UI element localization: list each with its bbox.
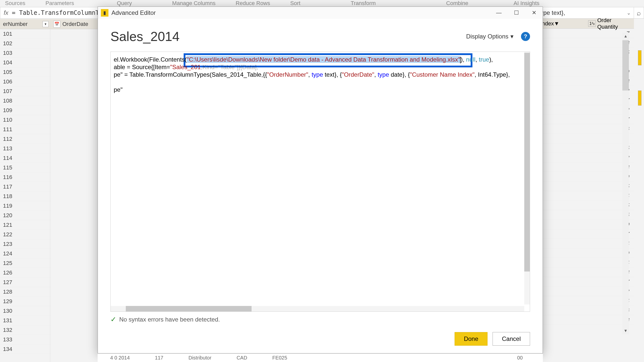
table-row[interactable]: 9 [538,172,634,182]
table-row[interactable]: 13 [538,267,634,277]
table-row[interactable]: 131 [0,316,50,325]
scrollbar-thumb[interactable] [524,53,530,272]
vertical-scrollbar[interactable]: ▲ ▼ [622,33,629,334]
table-row[interactable]: 118 [0,192,50,201]
table-row[interactable]: 124 [0,249,50,258]
table-row[interactable]: 4 [538,191,634,201]
table-row[interactable]: 15 [538,182,634,191]
column-header-order-date[interactable]: 📅 OrderDate [50,19,98,29]
column-header-order-number[interactable]: erNumber ▼ [0,19,50,29]
table-row[interactable]: 123 [0,239,50,249]
table-row[interactable]: 7 [538,229,634,239]
minimize-button[interactable]: — [493,7,504,18]
table-row[interactable]: 3 [538,162,634,172]
search-icon[interactable]: ⌕ [637,9,641,17]
table-row[interactable]: 122 [0,230,50,239]
table-row[interactable]: 6 [538,124,634,134]
code-line-2: able = Source{[Item="Sales_201,Kind="Tab… [112,63,528,71]
table-row[interactable]: 7 [538,115,634,124]
display-options-dropdown[interactable]: Display Options▾ [466,33,513,40]
cancel-button[interactable]: Cancel [493,332,530,346]
table-row[interactable]: 9 [538,67,634,76]
chevron-down-icon: ▾ [510,33,513,40]
date-type-icon: 📅 [53,21,60,28]
table-row[interactable]: 7 [538,277,634,287]
table-row[interactable]: 111 [0,125,50,134]
table-row[interactable]: 113 [0,144,50,153]
table-row[interactable]: 14 [538,239,634,248]
maximize-button[interactable]: ☐ [511,7,522,18]
table-row[interactable]: 12 [538,287,634,296]
table-row[interactable]: 116 [0,172,50,182]
table-row[interactable]: 15 [538,201,634,210]
table-row[interactable]: 5 [538,143,634,153]
table-row[interactable]: 11 [538,57,634,67]
fx-icon: fx [0,9,12,16]
table-row[interactable]: 134 [0,344,50,354]
table-row[interactable]: 109 [0,106,50,115]
table-row[interactable]: 115 [0,163,50,172]
table-row[interactable]: 7 [538,96,634,105]
table-row[interactable]: 126 [0,268,50,278]
table-row[interactable]: 130 [0,306,50,316]
scrollbar-thumb[interactable] [126,306,252,311]
table-row[interactable]: 128 [0,287,50,297]
query-name: Sales_2014 [110,29,466,44]
editor-vertical-scrollbar[interactable] [524,52,530,304]
table-row[interactable]: 127 [0,278,50,287]
table-row[interactable]: 132 [0,325,50,335]
table-row[interactable]: 2 [538,105,634,115]
table-row[interactable]: 133 [0,335,50,344]
table-row[interactable]: 12 [538,153,634,162]
table-row[interactable]: 114 [0,153,50,163]
table-row[interactable]: 120 [0,211,50,220]
table-row[interactable]: 112 [0,134,50,144]
chevron-down-icon[interactable]: ▼ [554,20,559,27]
checkmark-icon: ✓ [110,315,116,324]
table-row[interactable]: 104 [0,58,50,67]
table-row[interactable]: 13 [538,38,634,48]
table-row[interactable]: 108 [0,96,50,106]
scroll-down-icon[interactable]: ▼ [622,327,629,334]
table-row[interactable]: 4 [538,258,634,267]
table-row[interactable]: 106 [0,77,50,86]
modal-titlebar[interactable]: ▮ Advanced Editor — ☐ ✕ [98,7,543,19]
table-row[interactable]: 13 [538,76,634,86]
done-button[interactable]: Done [455,332,488,346]
table-row[interactable]: 6 [538,306,634,315]
ribbon-tabs-bg: Sources Parameters Query Manage Columns … [0,0,644,5]
expand-icon[interactable]: ⌄ [624,7,634,18]
code-editor[interactable]: el.Workbook(File.Contents("C:\Users\lisd… [110,52,530,312]
table-row[interactable]: 7 [538,29,634,38]
table-row[interactable]: 105 [0,67,50,77]
table-row[interactable]: 5 [538,48,634,57]
table-row[interactable]: 119 [0,201,50,211]
table-row[interactable]: 102 [0,39,50,48]
table-row[interactable]: 103 [0,48,50,58]
table-row[interactable]: 125 [0,258,50,268]
table-row[interactable]: 121 [0,220,50,230]
table-row[interactable]: 11 [538,134,634,143]
help-icon[interactable]: ? [521,32,530,41]
side-markers [638,50,641,131]
table-row[interactable]: 5 [538,210,634,220]
scrollbar-thumb[interactable] [622,40,629,90]
editor-horizontal-scrollbar[interactable] [111,306,524,311]
column-header-order-quantity[interactable]: 1²₃ Order Quantity [586,19,634,28]
table-row[interactable]: 110 [0,115,50,125]
chevron-down-icon[interactable]: ▼ [43,21,49,27]
table-row[interactable]: 12 [538,86,634,96]
scroll-up-icon[interactable]: ▲ [622,33,629,40]
table-row[interactable]: 4 [538,296,634,306]
table-row[interactable]: 9 [538,248,634,258]
table-row[interactable]: 10 [538,220,634,229]
table-row[interactable]: 107 [0,86,50,96]
syntax-status: ✓ No syntax errors have been detected. [110,312,530,327]
powerbi-icon: ▮ [101,9,108,17]
table-row[interactable]: 8 [538,315,634,325]
close-button[interactable]: ✕ [529,7,540,18]
column-header-index[interactable]: Index ▼ [538,19,586,28]
table-row[interactable]: 117 [0,182,50,192]
table-row[interactable]: 101 [0,29,50,39]
table-row[interactable]: 129 [0,297,50,306]
